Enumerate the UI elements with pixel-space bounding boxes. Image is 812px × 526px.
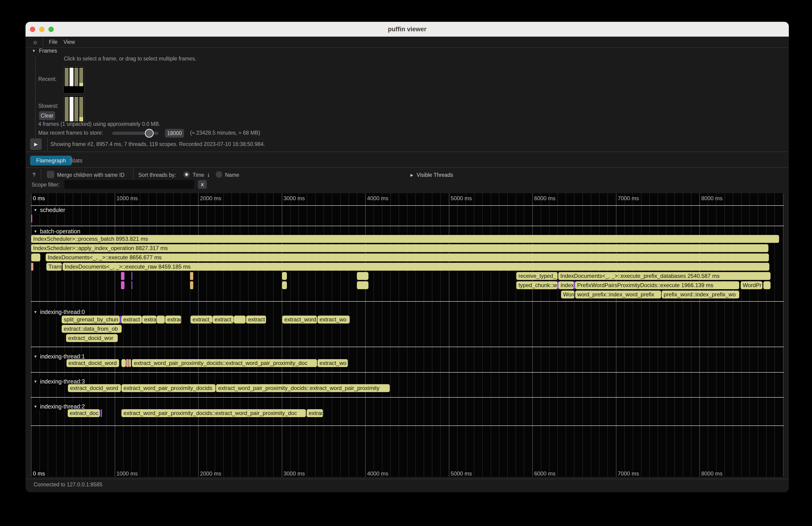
scope-filter-input[interactable] <box>64 180 194 189</box>
visible-threads-header[interactable]: ▶ Visible Threads <box>410 172 453 178</box>
merge-children-checkbox[interactable] <box>47 171 54 178</box>
merge-children-label: Merge children with same ID <box>57 172 125 178</box>
scope-label: extract_word_pair_proximity_docids::extr… <box>132 360 307 366</box>
frames-hint: Click to select a frame, or drag to sele… <box>64 56 197 62</box>
help-button[interactable]: ? <box>32 172 35 178</box>
scope-bar[interactable]: split_grenad_by_chun <box>62 316 120 323</box>
scope-bar[interactable] <box>190 272 193 280</box>
tab-flamegraph[interactable]: Flamegraph <box>30 156 72 165</box>
menu-file[interactable]: File <box>49 38 57 46</box>
scope-bar[interactable]: extract_docid_word <box>67 359 119 367</box>
frame-thumbnail-bar[interactable] <box>65 68 69 86</box>
scope-bar[interactable]: Trans <box>46 263 62 271</box>
tab-stats[interactable]: Stats <box>70 156 83 165</box>
max-frames-slider-knob[interactable] <box>145 129 154 138</box>
scope-bar[interactable] <box>129 359 131 367</box>
thread-header[interactable]: ▼indexing-thread:0 <box>32 308 88 316</box>
scope-bar[interactable]: word_prefix::index_word_prefix <box>575 291 661 298</box>
scope-bar[interactable]: extract_word <box>282 316 317 323</box>
menubar: ☼ File View <box>26 36 789 48</box>
scope-bar[interactable] <box>157 316 165 323</box>
scope-bar[interactable] <box>282 272 287 280</box>
scope-bar[interactable]: extrac <box>307 409 323 417</box>
recent-frames-thumbnail[interactable] <box>63 66 85 93</box>
scope-bar[interactable]: extract_ <box>213 316 234 323</box>
scope-bar[interactable]: receive_typed_ <box>516 272 557 280</box>
sort-direction-arrow-icon[interactable]: ↓ <box>207 171 210 178</box>
slowest-frames-thumbnail[interactable] <box>63 96 85 123</box>
scope-bar[interactable]: extract::data_from_ob <box>62 325 122 333</box>
frame-thumbnail-bar[interactable] <box>65 97 69 121</box>
scope-bar[interactable]: Word <box>561 291 575 298</box>
scope-bar[interactable]: extract_word_pair_proximity_docids::extr… <box>216 384 390 392</box>
clear-filter-button[interactable]: x <box>198 180 207 189</box>
scope-bar[interactable] <box>357 272 368 280</box>
scope-bar[interactable]: IndexDocuments<_, _>::execute_prefix_dat… <box>558 272 770 280</box>
scope-bar[interactable] <box>763 281 770 289</box>
scope-bar[interactable]: extract_word_pair_proximity_docids::extr… <box>132 359 317 367</box>
scope-bar[interactable] <box>121 281 125 289</box>
max-frames-value[interactable]: 18000 <box>165 129 184 138</box>
frames-section-header[interactable]: ▼ Frames <box>32 48 57 54</box>
scope-bar[interactable]: extract_wo <box>318 316 350 323</box>
flamegraph-canvas[interactable]: 0 ms0 ms1000 ms1000 ms2000 ms2000 ms3000… <box>31 193 784 477</box>
scope-bar[interactable] <box>101 409 102 417</box>
scope-bar[interactable] <box>121 272 125 280</box>
scope-bar[interactable] <box>357 281 368 289</box>
scope-bar[interactable] <box>131 272 132 280</box>
scope-bar[interactable] <box>131 281 132 289</box>
scope-bar[interactable]: extract_docid_word <box>68 384 121 392</box>
scope-bar[interactable]: extract_doc <box>68 409 100 417</box>
thread-name: indexing-thread:3 <box>40 378 85 385</box>
scope-bar[interactable]: extract_ <box>190 316 212 323</box>
frame-thumbnail-bar[interactable] <box>74 68 78 86</box>
sort-time-label: Time <box>192 172 204 178</box>
scope-bar[interactable]: extract <box>246 316 266 323</box>
scope-bar[interactable] <box>190 281 193 289</box>
scope-bar[interactable]: extract_word_pair_proximity_docids <box>121 384 216 392</box>
scope-bar[interactable]: IndexDocuments<_, _>::execute_raw 8459.1… <box>62 263 769 271</box>
scope-bar[interactable]: extrac <box>165 316 181 323</box>
scope-label: Trans <box>46 263 62 270</box>
scope-bar[interactable]: IndexScheduler>::process_batch 8953.821 … <box>31 235 779 243</box>
sort-time-radio[interactable] <box>183 171 190 178</box>
scope-label: extract <box>121 316 140 323</box>
scope-bar[interactable] <box>121 359 126 367</box>
axis-tick-label: 7000 ms <box>618 195 639 202</box>
scope-bar[interactable]: extract_word_pair_proximity_docids::extr… <box>121 409 306 417</box>
scope-bar[interactable]: WordPr <box>741 281 763 289</box>
scope-bar[interactable]: extra <box>142 316 156 323</box>
scope-bar[interactable]: extract_docid_wor <box>66 334 118 342</box>
collapse-open-icon: ▼ <box>33 208 37 212</box>
scope-bar[interactable] <box>31 263 33 271</box>
axis-tick-label: 0 ms <box>33 195 45 202</box>
thread-header[interactable]: ▼batch-operation <box>32 228 84 235</box>
scope-bar[interactable]: extract_wo <box>318 359 348 367</box>
frame-thumbnail-bar[interactable] <box>79 97 83 121</box>
sort-name-radio[interactable] <box>216 171 222 178</box>
scope-bar[interactable]: IndexDocuments<_, _>::execute 8656.677 m… <box>46 253 769 261</box>
showing-frame-text: Showing frame #2, 8957.4 ms, 7 threads, … <box>50 141 265 147</box>
scope-bar[interactable]: extract <box>121 316 142 323</box>
theme-toggle-icon[interactable]: ☼ <box>31 38 39 46</box>
clear-button[interactable]: Clear <box>39 111 55 120</box>
frame-thumbnail-bar[interactable] <box>70 68 73 86</box>
scope-bar[interactable] <box>120 316 121 323</box>
scope-bar[interactable]: PrefixWordPairsProximityDocids::execute … <box>575 281 739 289</box>
scope-bar[interactable] <box>31 253 40 261</box>
scope-bar[interactable] <box>234 316 246 323</box>
scope-bar[interactable]: prefix_word::index_prefix_wo <box>662 291 739 298</box>
scope-bar[interactable]: typed_chunk::w <box>516 281 557 289</box>
menu-view[interactable]: View <box>63 38 75 46</box>
frame-thumbnail-bar[interactable] <box>79 68 83 86</box>
scope-bar[interactable] <box>31 215 32 222</box>
frame-thumbnail-bar[interactable] <box>70 97 73 121</box>
scope-bar[interactable] <box>282 281 287 289</box>
thread-header[interactable]: ▼scheduler <box>32 206 68 214</box>
scope-bar[interactable]: IndexScheduler>::apply_index_operation 8… <box>31 244 768 252</box>
frame-thumbnail-bar[interactable] <box>74 97 78 121</box>
play-button[interactable]: ▶ <box>30 138 42 150</box>
scope-bar[interactable]: index <box>559 281 574 289</box>
scope-bar[interactable] <box>126 359 129 367</box>
scope-label: extract_ <box>190 316 212 323</box>
